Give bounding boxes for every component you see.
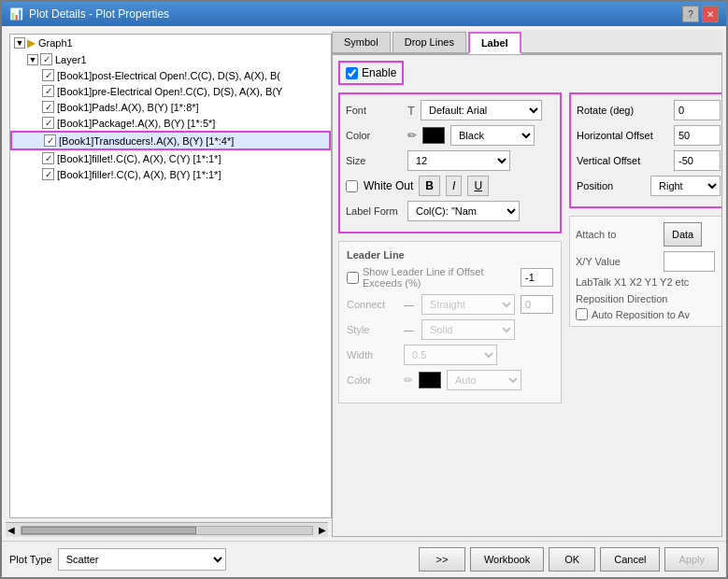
color-row: Color ✏ Black <box>346 125 554 146</box>
connect-offset-input[interactable] <box>521 295 553 314</box>
bottom-left: Plot Type Scatter Line Line+Symbol <box>9 548 413 571</box>
connect-row: Connect — Straight Curved <box>347 294 553 315</box>
tab-drop-lines[interactable]: Drop Lines <box>393 32 466 52</box>
enable-row: Enable <box>338 61 716 85</box>
label-form-select[interactable]: Col(C): "Nam <box>407 201 520 221</box>
item-checkbox[interactable] <box>42 69 54 81</box>
white-out-label: White Out <box>364 179 413 192</box>
size-select[interactable]: 12 <box>407 150 510 171</box>
plot-type-select[interactable]: Scatter Line Line+Symbol <box>58 548 226 571</box>
item-label: [Book1]filler!.C(C), A(X), B(Y) [1*:1*] <box>57 169 221 180</box>
auto-reposition-checkbox[interactable] <box>576 308 588 320</box>
list-item[interactable]: [Book1]Package!.A(X), B(Y) [1*:5*] <box>10 115 331 131</box>
list-item[interactable]: [Book1]Transducers!.A(X), B(Y) [1*:4*] <box>10 131 331 150</box>
list-item[interactable]: [Book1]pre-Electrical Open!.C(C), D(S), … <box>10 83 331 99</box>
rotate-label: Rotate (deg) <box>577 105 668 116</box>
xy-input[interactable] <box>664 251 715 272</box>
style-label: Style <box>347 324 398 335</box>
enable-checkbox[interactable] <box>346 67 358 79</box>
item-checkbox[interactable] <box>42 117 54 129</box>
scroll-left-btn[interactable]: ◀ <box>6 525 17 535</box>
list-item[interactable]: [Book1]post-Electrical Open!.C(C), D(S),… <box>10 67 331 83</box>
reposition-section: Reposition Direction Auto Reposition to … <box>576 293 721 320</box>
width-select[interactable]: 0.5 <box>404 345 497 365</box>
list-item[interactable]: [Book1]Pads!.A(X), B(Y) [1*:8*] <box>10 99 331 115</box>
show-leader-checkbox[interactable] <box>347 272 359 284</box>
italic-button[interactable]: I <box>446 176 462 196</box>
list-item[interactable]: [Book1]fillet!.C(C), A(X), C(Y) [1*:1*] <box>10 150 331 166</box>
item-checkbox[interactable] <box>42 101 54 113</box>
rotate-input[interactable]: 0 <box>674 100 721 120</box>
list-item[interactable]: [Book1]filler!.C(C), A(X), B(Y) [1*:1*] <box>10 166 331 182</box>
right-column: Rotate (deg) 0 Horizontal Offset 50 Vert… <box>569 92 722 403</box>
reposition-label: Reposition Direction <box>576 293 721 304</box>
position-select[interactable]: Right Left Above Below Center <box>650 176 721 196</box>
item-checkbox[interactable] <box>44 134 56 147</box>
connect-select[interactable]: Straight Curved <box>421 294 515 315</box>
h-offset-input[interactable]: 50 <box>674 125 721 146</box>
app-icon: 📊 <box>9 7 23 21</box>
underline-button[interactable]: U <box>467 176 489 196</box>
font-select[interactable]: Default: Arial <box>421 100 542 120</box>
leader-color-row: Color ✏ Auto <box>347 370 553 390</box>
font-label: Font <box>346 105 402 116</box>
transform-section: Rotate (deg) 0 Horizontal Offset 50 Vert… <box>569 92 722 208</box>
leader-section-title: Leader Line <box>347 249 553 261</box>
plot-type-label: Plot Type <box>9 554 52 565</box>
tree-layer[interactable]: ▼ Layer1 <box>10 51 331 67</box>
labeltalk-row: LabTalk X1 X2 Y1 Y2 etc <box>576 276 721 288</box>
attach-data-button[interactable]: Data <box>664 222 702 247</box>
expand-layer-icon[interactable]: ▼ <box>27 54 38 65</box>
leader-color-select[interactable]: Auto <box>447 370 521 390</box>
labeltalk-label: LabTalk X1 X2 Y1 Y2 etc <box>576 276 689 288</box>
bottom-buttons: >> Workbook OK Cancel Apply <box>419 547 719 572</box>
ok-button[interactable]: OK <box>549 547 595 572</box>
item-checkbox[interactable] <box>42 85 54 97</box>
attach-section: Attach to Data X/Y Value LabTalk X1 X2 Y… <box>569 216 722 327</box>
size-label: Size <box>346 155 402 166</box>
tab-label[interactable]: Label <box>468 32 521 54</box>
style-row: Style — Solid Dashed <box>347 319 553 340</box>
white-out-checkbox[interactable] <box>346 180 358 192</box>
show-leader-row: Show Leader Line if Offset Exceeds (%) <box>347 266 553 289</box>
position-label: Position <box>577 180 645 191</box>
xy-row: X/Y Value <box>576 251 721 272</box>
h-offset-row: Horizontal Offset 50 <box>577 125 721 146</box>
width-row: Width 0.5 <box>347 345 553 365</box>
style-select[interactable]: Solid Dashed <box>421 319 515 340</box>
pencil-icon: ✏ <box>407 129 417 142</box>
leader-color-swatch <box>419 372 441 388</box>
h-offset-label: Horizontal Offset <box>577 130 668 141</box>
item-label: [Book1]Package!.A(X), B(Y) [1*:5*] <box>57 118 215 129</box>
rotate-row: Rotate (deg) 0 <box>577 100 721 120</box>
item-checkbox[interactable] <box>42 152 54 164</box>
style-line-icon: — <box>404 324 414 335</box>
v-offset-input[interactable]: -50 <box>674 150 721 171</box>
leader-line-section: Leader Line Show Leader Line if Offset E… <box>338 241 562 403</box>
bold-button[interactable]: B <box>419 176 440 196</box>
cancel-button[interactable]: Cancel <box>600 547 660 572</box>
leader-offset-input[interactable] <box>521 268 553 287</box>
workbook-button[interactable]: Workbook <box>470 547 544 572</box>
tree-root[interactable]: ▼ ▶ Graph1 <box>10 35 331 51</box>
scroll-track[interactable] <box>21 526 313 535</box>
help-button[interactable]: ? <box>682 6 699 22</box>
line-icon: — <box>404 299 414 310</box>
arrows-button[interactable]: >> <box>419 547 465 572</box>
horizontal-scrollbar[interactable]: ◀ ▶ <box>6 522 328 537</box>
content-area: ▼ ▶ Graph1 ▼ Layer1 [Book1]post-Electric… <box>2 26 726 541</box>
item-label: [Book1]Transducers!.A(X), B(Y) [1*:4*] <box>59 135 234 147</box>
close-button[interactable]: ✕ <box>702 6 719 22</box>
tab-symbol[interactable]: Symbol <box>332 32 391 52</box>
format-row: White Out B I U <box>346 176 554 196</box>
size-row: Size 12 <box>346 150 554 171</box>
apply-button[interactable]: Apply <box>664 547 719 572</box>
item-label: [Book1]fillet!.C(C), A(X), C(Y) [1*:1*] <box>57 153 221 164</box>
label-form-row: Label Form Col(C): "Nam <box>346 201 554 221</box>
expand-icon[interactable]: ▼ <box>14 37 25 49</box>
scroll-right-btn[interactable]: ▶ <box>317 525 328 535</box>
layer-checkbox[interactable] <box>40 53 52 65</box>
item-checkbox[interactable] <box>42 168 54 180</box>
color-select[interactable]: Black <box>450 125 535 146</box>
scroll-thumb[interactable] <box>21 527 196 534</box>
